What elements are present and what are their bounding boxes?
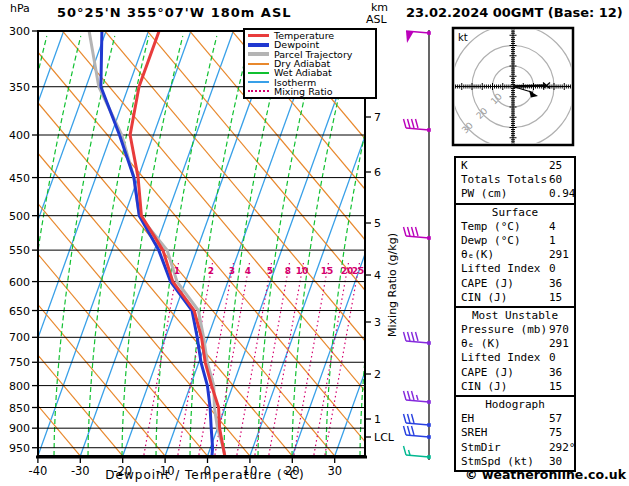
pressure-tick-label: 550 [9,244,30,257]
index-value: 36 [549,277,562,291]
index-value: 15 [549,291,562,305]
index-label: CAPE (J) [461,366,514,379]
legend-swatch [248,34,269,38]
wind-barb [404,446,431,459]
wet-adiabat-line [88,36,149,456]
indices-row: StmDir292° [456,441,574,455]
km-tick-label: 5 [374,217,381,230]
indices-row: Pressure (mb)970 [456,323,574,337]
km-tick-label: 4 [374,269,381,282]
indices-row: K25 [456,159,574,173]
index-value: 292° [549,441,576,455]
index-value: 60 [549,173,562,187]
wind-barb [404,414,431,427]
index-label: Lifted Index [461,351,540,364]
indices-section-surface: SurfaceTemp (°C)4Dewp (°C)1θₑ(K)291Lifte… [456,203,574,306]
index-value: 0 [549,351,556,365]
index-value: 1 [549,234,556,248]
index-value: 4 [549,220,556,234]
wind-barb [404,227,431,240]
pressure-tick-label: 950 [9,442,30,455]
indices-row: StmSpd (kt)30 [456,455,574,469]
legend-swatch [248,90,269,92]
temperature-tick-label: -30 [71,464,90,478]
pressure-tick-label: 400 [9,129,30,142]
indices-table: K25Totals Totals60PW (cm)0.94SurfaceTemp… [454,156,576,472]
indices-row: PW (cm)0.94 [456,187,574,201]
index-label: K [461,159,468,172]
index-label: θₑ(K) [461,248,494,261]
wind-barb [406,31,431,43]
index-label: EH [461,412,474,425]
wet-adiabat-line [122,36,183,456]
index-label: Pressure (mb) [461,323,547,336]
legend-swatch [248,43,269,47]
indices-section: K25Totals Totals60PW (cm)0.94 [456,158,574,203]
temperature-tick-label: 30 [327,464,342,478]
indices-row: Dewp (°C)1 [456,234,574,248]
km-tick-label: 1 [374,413,381,426]
index-label: SREH [461,426,488,439]
km-tick-label: 3 [374,316,381,329]
index-label: CAPE (J) [461,277,514,290]
legend-swatch [248,52,269,56]
pressure-tick-label: 600 [9,276,30,289]
mixing-ratio-label: 25 [352,266,365,276]
pressure-tick-label: 850 [9,402,30,415]
km-tick-label: 6 [374,166,381,179]
km-tick-label: 2 [374,368,381,381]
mixing-ratio-line [325,263,360,456]
wet-adiabat-line [190,36,251,456]
indices-row: Lifted Index0 [456,262,574,276]
km-tick-label: 7 [374,111,381,124]
index-label: PW (cm) [461,187,507,200]
wind-barb [404,426,431,439]
index-value: 291 [549,337,569,351]
mixing-ratio-label: 1 [174,266,180,276]
index-label: StmDir [461,441,501,454]
hodograph: 102030kt [452,25,575,148]
index-value: 15 [549,380,562,394]
legend-item-mixing-ratio: Mixing Ratio [248,87,375,96]
index-label: Totals Totals [461,173,547,186]
index-label: θₑ (K) [461,337,501,350]
mixing-ratio-label: 4 [245,266,251,276]
indices-section-hodograph: HodographEH57SREH75StmDir292°StmSpd (kt)… [456,395,574,470]
altitude-axis-unit-asl: ASL [366,13,387,26]
indices-row: CAPE (J)36 [456,277,574,291]
mixing-ratio-label: 8 [285,266,291,276]
index-label: CIN (J) [461,380,507,393]
wind-barb [404,391,431,404]
hodograph-storm-vector [513,86,546,87]
index-label: StmSpd (kt) [461,455,534,468]
pressure-tick-label: 450 [9,172,30,185]
indices-section-title: Surface [456,206,574,220]
pressure-tick-label: 750 [9,356,30,369]
indices-row: CIN (J)15 [456,291,574,305]
pressure-tick-label: 300 [9,25,30,38]
legend-swatch [248,63,269,65]
index-value: 970 [549,323,569,337]
indices-row: θₑ(K)291 [456,248,574,262]
indices-row: Totals Totals60 [456,173,574,187]
index-value: 0 [549,262,556,276]
index-value: 30 [549,455,562,469]
indices-section-most-unstable: Most UnstablePressure (mb)970θₑ (K)291Li… [456,306,574,395]
index-label: Temp (°C) [461,220,521,233]
index-value: 0.94 [549,187,576,201]
skewt-sounding-page: 1234581015202530035040045050055060065070… [0,0,629,486]
indices-row: CAPE (J)36 [456,366,574,380]
pressure-tick-label: 700 [9,331,30,344]
mixing-ratio-axis-title: Mixing Ratio (g/kg) [386,225,398,345]
legend-swatch [248,81,269,83]
indices-row: θₑ (K)291 [456,337,574,351]
indices-section-title: Hodograph [456,398,574,412]
run-datetime: 23.02.2024 00GMT (Base: 12) [406,5,623,20]
indices-row: SREH75 [456,426,574,440]
pressure-axis-unit: hPa [10,2,30,15]
index-value: 75 [549,426,562,440]
legend-label: Wet Adiabat [274,68,332,77]
index-label: CIN (J) [461,291,507,304]
pressure-tick-label: 650 [9,305,30,318]
index-value: 25 [549,159,562,173]
